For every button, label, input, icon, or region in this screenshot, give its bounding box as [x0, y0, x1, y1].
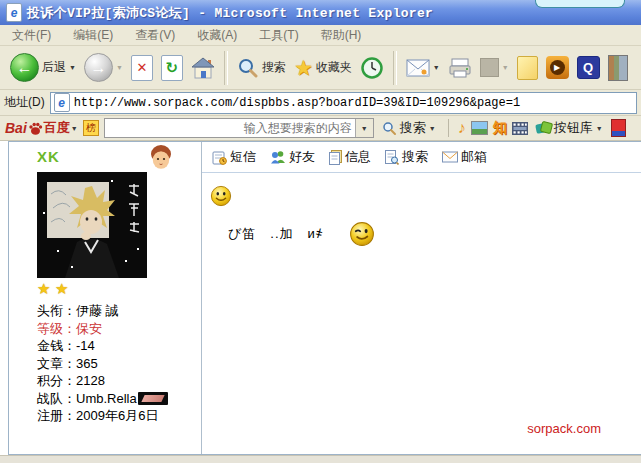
messenger-button[interactable]: Q: [573, 54, 604, 81]
action-friends[interactable]: 好友: [270, 148, 315, 166]
member-actions-bar: 短信 好友: [202, 142, 641, 173]
stat-points: 积分：2128: [37, 372, 201, 390]
window-title: 投诉个VIP拉[索沛CS论坛] - Microsoft Internet Exp…: [27, 4, 433, 22]
menu-edit[interactable]: 编辑(E): [73, 27, 113, 44]
user-avatar-image: [37, 172, 147, 278]
smiley-icon: [210, 185, 232, 207]
address-bar: 地址(D) e: [0, 90, 641, 116]
back-dropdown-icon[interactable]: ▼: [69, 64, 76, 71]
stat-money: 金钱：-14: [37, 337, 201, 355]
stat-level: 等级：保安: [37, 320, 201, 338]
note-icon: [517, 56, 538, 80]
wink-smiley-icon: [349, 221, 375, 247]
post-search-icon: [385, 150, 399, 165]
username[interactable]: XK: [37, 148, 60, 165]
stat-registered: 注册：2009年6月6日: [37, 407, 201, 425]
rank-star-icon: ★: [37, 280, 50, 297]
menu-view[interactable]: 查看(V): [135, 27, 175, 44]
library-button[interactable]: [604, 53, 622, 83]
toolbar-separator: [224, 51, 228, 85]
stat-clan: 战队：Umb.Rella: [37, 390, 201, 408]
action-sms[interactable]: 短信: [212, 148, 256, 166]
baidu-search-input[interactable]: [105, 121, 355, 135]
back-button[interactable]: ← 后退 ▼: [6, 51, 80, 84]
baidu-search-history-button[interactable]: ▼: [355, 119, 373, 137]
tooltip-remnant: [535, 0, 625, 8]
baidu-toolbar: Bai 百度 ▼ 榜 ▼ 搜索 ▼ ♪ 知: [0, 116, 641, 141]
address-label: 地址(D): [4, 94, 45, 111]
print-icon: [448, 58, 472, 78]
bang-icon[interactable]: 榜: [83, 120, 99, 136]
site-footer-link[interactable]: sorpack.com: [527, 421, 601, 436]
signature-text: び笛 ..加 и҂: [228, 225, 323, 243]
button-library-button[interactable]: 按钮库 ▼: [533, 119, 606, 137]
back-icon: ←: [10, 53, 39, 82]
title-bar: e 投诉个VIP拉[索沛CS论坛] - Microsoft Internet E…: [0, 0, 641, 25]
image-search-icon[interactable]: [471, 121, 488, 135]
edit-dropdown-icon: ▼: [502, 64, 509, 71]
stat-posts: 文章：365: [37, 355, 201, 373]
stop-button[interactable]: ✕: [127, 53, 157, 83]
info-icon: [329, 150, 342, 165]
forward-icon: →: [84, 53, 113, 82]
action-search[interactable]: 搜索: [385, 148, 428, 166]
baidu-search-dropdown-icon[interactable]: ▼: [429, 125, 436, 132]
history-button[interactable]: [356, 54, 388, 82]
print-button[interactable]: [444, 56, 476, 80]
home-button[interactable]: [187, 55, 219, 81]
toolbar-separator: [393, 51, 397, 85]
notes-button[interactable]: [513, 54, 542, 82]
page-favicon: e: [54, 93, 70, 112]
rank-stars: ★ ★: [37, 280, 201, 298]
media-button[interactable]: ▶: [542, 54, 573, 81]
button-library-dropdown-icon[interactable]: ▼: [596, 125, 603, 132]
favorites-button[interactable]: ★ 收藏夹: [290, 55, 356, 80]
baidu-search-button[interactable]: 搜索 ▼: [379, 119, 439, 137]
forward-button[interactable]: → ▼: [80, 51, 127, 84]
menu-file[interactable]: 文件(F): [12, 27, 51, 44]
history-icon: [360, 56, 384, 80]
mail-icon: [406, 59, 430, 77]
video-search-icon[interactable]: [512, 122, 528, 135]
search-icon: [237, 57, 259, 79]
address-input[interactable]: [74, 95, 633, 111]
mail-button[interactable]: ▼: [402, 57, 444, 79]
forum-content: XK: [8, 141, 641, 455]
search-button[interactable]: 搜索: [233, 55, 290, 81]
baidu-paw-icon: [28, 121, 43, 136]
baidu-separator: [448, 119, 449, 137]
refresh-button[interactable]: ↻: [157, 53, 187, 83]
baidu-search-icon: [382, 121, 397, 136]
menu-favorites[interactable]: 收藏(A): [197, 27, 237, 44]
signature-line: び笛 ..加 и҂: [228, 221, 641, 247]
user-stats: 头衔：伊藤 誠 等级：保安 金钱：-14 文章：365 积分：2128 战队：U…: [37, 302, 201, 425]
rank-star-icon: ★: [55, 280, 68, 297]
home-icon: [191, 57, 215, 79]
browser-window: e 投诉个VIP拉[索沛CS论坛] - Microsoft Internet E…: [0, 0, 641, 463]
favorites-star-icon: ★: [294, 57, 313, 78]
action-mailbox[interactable]: 邮箱: [442, 148, 487, 166]
mp3-search-icon[interactable]: ♪: [458, 120, 466, 136]
baidu-logo[interactable]: Bai 百度 ▼: [5, 119, 78, 137]
baidu-logo-dropdown-icon[interactable]: ▼: [71, 125, 78, 132]
menu-bar: 文件(F) 编辑(E) 查看(V) 收藏(A) 工具(T) 帮助(H): [0, 25, 641, 46]
books-icon: [608, 55, 628, 81]
ie-window-icon: e: [6, 3, 22, 22]
media-player-icon: ▶: [546, 56, 569, 79]
stat-title: 头衔：伊藤 誠: [37, 302, 201, 320]
menu-help[interactable]: 帮助(H): [321, 27, 362, 44]
address-input-wrap: e: [50, 92, 637, 114]
bottom-strip: [0, 455, 641, 463]
baidu-search-wrap: ▼: [104, 118, 374, 138]
clan-badge-image: [138, 392, 168, 405]
clipped-toolbar-icon: [611, 119, 626, 137]
action-info[interactable]: 信息: [329, 148, 371, 166]
zhidao-icon[interactable]: 知: [493, 119, 507, 137]
edit-button: ▼: [476, 56, 513, 79]
stop-icon: ✕: [131, 55, 153, 81]
mail-dropdown-icon[interactable]: ▼: [433, 64, 440, 71]
forward-dropdown-icon: ▼: [116, 64, 123, 71]
mailbox-icon: [442, 151, 458, 163]
menu-tools[interactable]: 工具(T): [259, 27, 298, 44]
standard-toolbar: ← 后退 ▼ → ▼ ✕ ↻ 搜索: [0, 46, 641, 90]
